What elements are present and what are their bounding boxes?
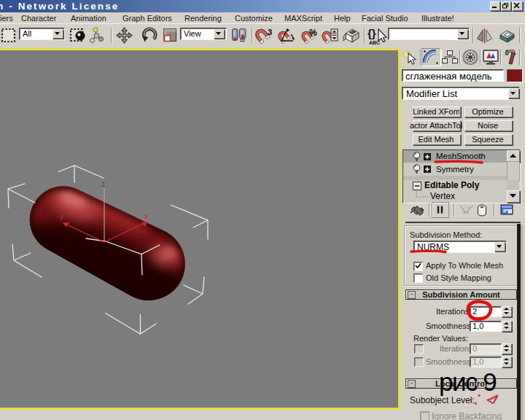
svg-text:3: 3 — [268, 28, 272, 36]
svg-text:x: x — [144, 212, 148, 220]
svg-text:{}: {} — [368, 27, 376, 39]
svg-text:z: z — [101, 180, 105, 188]
svg-text:y: y — [60, 212, 63, 220]
svg-text:%: % — [309, 28, 317, 38]
